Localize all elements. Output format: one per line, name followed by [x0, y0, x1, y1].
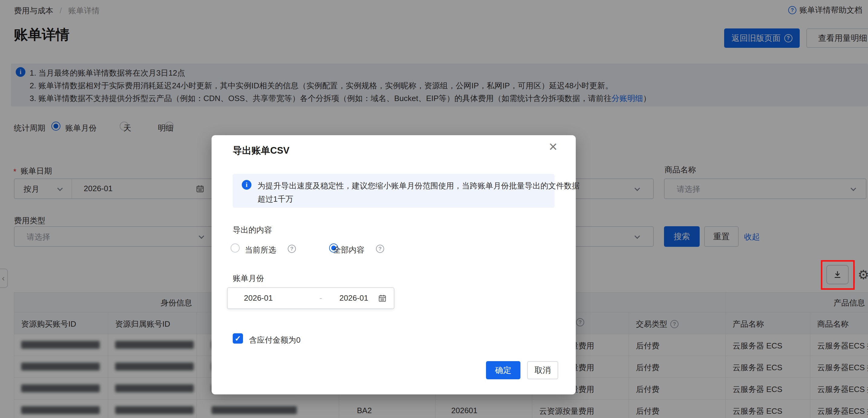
- bill-detail-page: 费用与成本 / 账单详情 ? 账单详情帮助文档 账单详情 返回旧版页面 ? 查看…: [0, 0, 868, 418]
- confirm-button[interactable]: 确定: [486, 361, 521, 379]
- cancel-button[interactable]: 取消: [527, 361, 558, 379]
- check-icon: ✓: [235, 334, 241, 343]
- modal-calendar-icon[interactable]: [378, 294, 386, 302]
- confirm-label: 确定: [495, 365, 512, 376]
- modal-notice-line-2: 超过1千万: [257, 194, 293, 205]
- export-content-label: 导出的内容: [233, 225, 272, 235]
- modal-notice-line-1: 为提升导出速度及稳定性，建议您缩小账单月份范围使用，当跨账单月份批量导出的文件数…: [257, 181, 580, 191]
- radio-current-help-icon[interactable]: ?: [288, 245, 296, 253]
- target-highlight-annotation: [821, 260, 855, 290]
- radio-current-selection[interactable]: [230, 243, 240, 252]
- export-csv-modal: 导出账单CSV × i 为提升导出速度及稳定性，建议您缩小账单月份范围使用，当跨…: [212, 135, 576, 394]
- bill-month-label: 账单月份: [233, 273, 264, 284]
- radio-all-content-label[interactable]: 全部内容: [333, 245, 365, 255]
- month-end-input[interactable]: 2026-01: [339, 293, 368, 303]
- month-range-input[interactable]: 2026-01 - 2026-01: [227, 287, 395, 309]
- range-separator: -: [319, 293, 322, 303]
- close-icon[interactable]: ×: [549, 140, 557, 154]
- radio-all-help-icon[interactable]: ?: [376, 245, 384, 253]
- cancel-label: 取消: [535, 365, 551, 376]
- modal-title: 导出账单CSV: [233, 144, 289, 157]
- radio-current-selection-label[interactable]: 当前所选: [245, 245, 276, 255]
- modal-notice: i 为提升导出速度及稳定性，建议您缩小账单月份范围使用，当跨账单月份批量导出的文…: [233, 174, 555, 208]
- month-start-input[interactable]: 2026-01: [244, 293, 273, 303]
- include-zero-label[interactable]: 含应付金额为0: [249, 335, 301, 346]
- include-zero-checkbox[interactable]: ✓: [233, 333, 243, 344]
- modal-info-icon: i: [242, 180, 251, 190]
